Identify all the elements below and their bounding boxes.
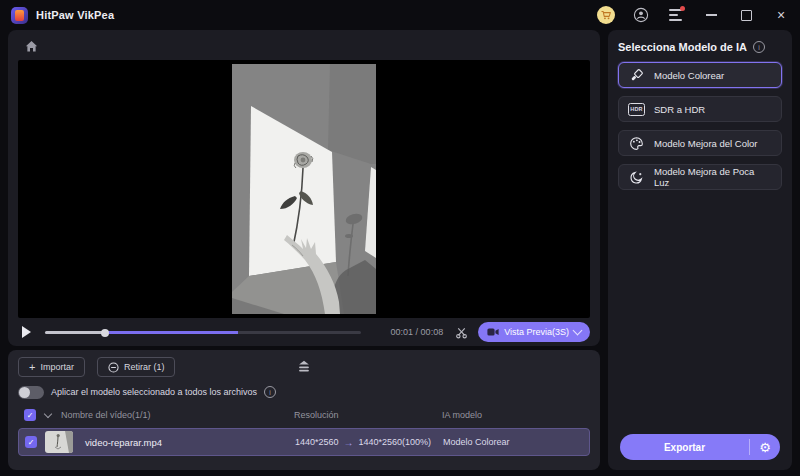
model-label: Modelo Mejora de Poca Luz xyxy=(654,166,772,188)
files-toolbar: + Importar Retirar (1) xyxy=(18,358,590,376)
app-title: HitPaw VikPea xyxy=(36,9,114,21)
table-row[interactable]: ✓ video-reparar.mp4 1440*2560 → 1440*256… xyxy=(18,428,590,456)
preview-panel: 00:01 / 00:08 Vista Previa(3S) xyxy=(8,30,600,346)
close-button[interactable]: × xyxy=(772,6,790,24)
apply-all-row: Aplicar el modelo seleccionado a todos l… xyxy=(18,385,590,399)
store-cart-icon[interactable] xyxy=(597,6,615,24)
preview-range xyxy=(105,331,238,334)
menu-icon[interactable] xyxy=(667,6,685,24)
model-label: SDR a HDR xyxy=(654,104,705,115)
model-button-sdr-hdr[interactable]: HDR SDR a HDR xyxy=(618,96,782,122)
minimize-button[interactable] xyxy=(702,6,720,24)
column-name-header: Nombre del vídeo(1/1) xyxy=(61,410,151,420)
select-all-checkbox[interactable]: ✓ xyxy=(24,409,36,421)
row-resolution: 1440*2560 → 1440*2560(100%) xyxy=(295,437,431,448)
sidebar-title: Selecciona Modelo de IA xyxy=(618,41,747,53)
files-panel: + Importar Retirar (1) Aplicar el xyxy=(8,350,600,470)
export-label: Exportar xyxy=(620,442,749,453)
play-button[interactable] xyxy=(22,326,31,338)
palette-icon xyxy=(628,135,645,152)
model-label: Modelo Colorear xyxy=(654,70,724,81)
import-label: Importar xyxy=(40,362,74,372)
model-button-color-enhance[interactable]: Modelo Mejora del Color xyxy=(618,130,782,156)
arrow-right-icon: → xyxy=(344,437,354,448)
hdr-icon: HDR xyxy=(628,101,645,118)
remove-label: Retirar (1) xyxy=(124,362,165,372)
video-stage xyxy=(18,60,590,318)
info-icon[interactable]: i xyxy=(753,41,765,53)
resolution-to: 1440*2560(100%) xyxy=(359,437,432,447)
gear-icon[interactable]: ⚙ xyxy=(750,440,780,455)
remove-button[interactable]: Retirar (1) xyxy=(97,357,176,377)
apply-all-label: Aplicar el modelo seleccionado a todos l… xyxy=(51,387,257,397)
seek-handle[interactable] xyxy=(101,329,109,337)
sidebar-header: Selecciona Modelo de IA i xyxy=(608,30,792,62)
cart-glyph-icon xyxy=(600,9,612,21)
plus-icon: + xyxy=(29,362,35,373)
paint-brush-icon xyxy=(628,67,645,84)
resolution-from: 1440*2560 xyxy=(295,437,339,447)
video-thumbnail xyxy=(45,431,73,453)
row-checkbox[interactable]: ✓ xyxy=(25,436,37,448)
apply-all-toggle[interactable] xyxy=(18,386,44,399)
app-logo-icon xyxy=(11,7,28,24)
chevron-down-icon[interactable] xyxy=(44,410,52,418)
info-icon[interactable]: i xyxy=(264,386,276,398)
preview-button-label: Vista Previa(3S) xyxy=(504,327,569,337)
preview-button[interactable]: Vista Previa(3S) xyxy=(478,322,590,342)
video-camera-icon xyxy=(487,327,499,337)
collapse-panel-icon[interactable] xyxy=(295,359,313,377)
model-label: Modelo Mejora del Color xyxy=(654,138,758,149)
column-model-header: IA modelo xyxy=(442,410,482,420)
export-button[interactable]: Exportar ⚙ xyxy=(620,434,780,460)
title-bar: HitPaw VikPea × xyxy=(0,0,800,30)
model-button-low-light[interactable]: Modelo Mejora de Poca Luz xyxy=(618,164,782,190)
cut-scissors-icon[interactable] xyxy=(455,326,468,339)
player-bar: 00:01 / 00:08 Vista Previa(3S) xyxy=(8,318,600,346)
chevron-down-icon xyxy=(573,326,583,336)
notification-dot xyxy=(680,6,685,11)
video-filename: video-reparar.mp4 xyxy=(85,437,162,448)
column-resolution-header: Resolución xyxy=(294,410,339,420)
moon-icon xyxy=(628,169,645,186)
table-header: ✓ Nombre del vídeo(1/1) Resolución IA mo… xyxy=(18,408,590,422)
import-button[interactable]: + Importar xyxy=(18,357,85,377)
maximize-button[interactable] xyxy=(737,6,755,24)
app-window: HitPaw VikPea × xyxy=(0,0,800,476)
time-display: 00:01 / 00:08 xyxy=(391,327,444,337)
home-icon[interactable] xyxy=(22,37,40,55)
account-icon[interactable] xyxy=(632,6,650,24)
seek-slider[interactable] xyxy=(45,326,361,338)
video-preview-image xyxy=(232,64,376,314)
minus-circle-icon xyxy=(108,362,119,373)
model-sidebar: Selecciona Modelo de IA i Modelo Colorea… xyxy=(608,30,792,470)
row-ai-model: Modelo Colorear xyxy=(443,437,510,447)
model-button-colorize[interactable]: Modelo Colorear xyxy=(618,62,782,88)
